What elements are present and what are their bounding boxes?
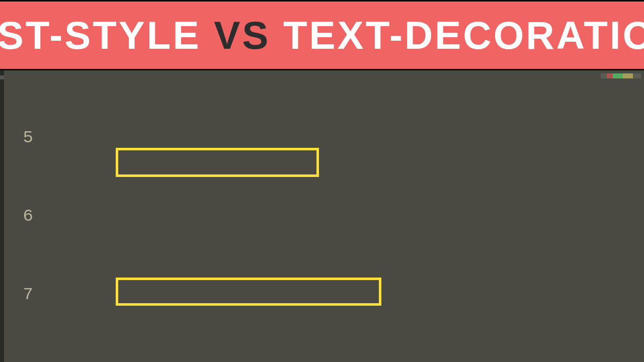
title-banner: LIST-STYLE VS TEXT-DECORATION <box>0 0 644 70</box>
highlight-box-text-decoration <box>116 278 381 306</box>
line-number: 5 <box>0 125 33 151</box>
line-number-gutter: 5 6 7 8 9 10 11 12 13 14 15 <box>0 70 40 362</box>
line-number: 6 <box>0 203 33 229</box>
code-area[interactable]: <style type="text/css"> li{ list-style: … <box>48 360 644 362</box>
highlight-box-list-style <box>116 148 319 177</box>
minimap <box>601 73 641 78</box>
banner-text: LIST-STYLE VS TEXT-DECORATION <box>0 13 644 58</box>
line-number: 7 <box>0 282 33 308</box>
banner-vs: VS <box>214 13 270 57</box>
line-number: 8 <box>0 360 33 362</box>
code-editor[interactable]: 5 6 7 8 9 10 11 12 13 14 15 <style type=… <box>0 70 644 362</box>
banner-left: LIST-STYLE <box>0 13 201 57</box>
banner-right: TEXT-DECORATION <box>283 13 644 57</box>
